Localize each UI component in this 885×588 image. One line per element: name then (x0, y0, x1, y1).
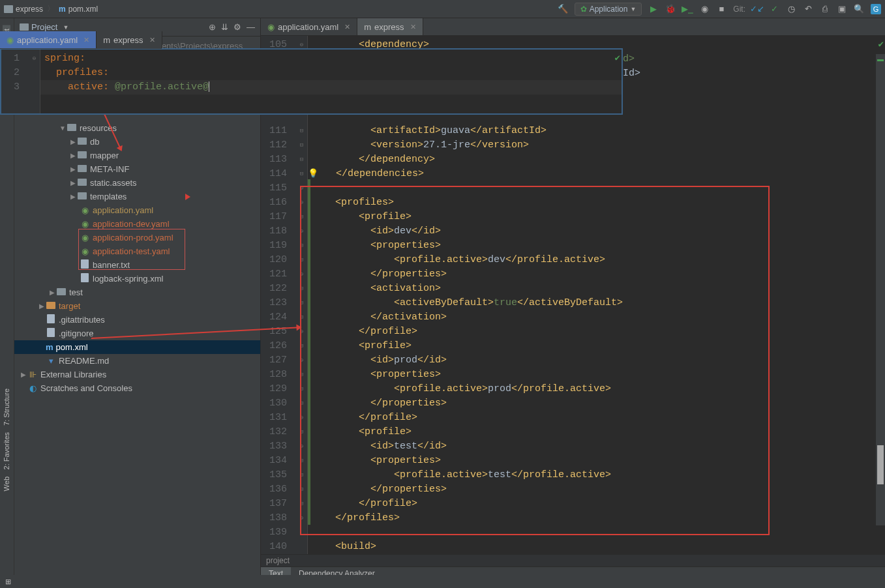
expand-arrow-icon[interactable]: ▶ (69, 138, 77, 145)
debug-icon[interactable]: 🐞 (665, 4, 676, 14)
search-icon[interactable]: 🔍 (854, 4, 864, 14)
close-icon[interactable]: ✕ (83, 36, 89, 44)
code-line[interactable]: <id>dev</id> (308, 224, 885, 239)
revert-icon[interactable]: ↶ (803, 4, 813, 14)
breadcrumb-file[interactable]: pom.xml (68, 5, 98, 14)
tree-folder-test[interactable]: test (69, 287, 83, 297)
code-line[interactable] (308, 181, 885, 196)
plugin-icon[interactable]: G (871, 4, 881, 14)
tab-application-yaml-overlay[interactable]: ◉application.yaml✕ (0, 31, 97, 48)
build-icon[interactable]: 🔨 (558, 4, 568, 14)
code-line[interactable]: </profiles> (308, 511, 885, 525)
stop-icon[interactable]: ■ (716, 4, 727, 14)
code-line[interactable]: </dependency> (308, 153, 885, 167)
code-line[interactable]: <activeByDefault>true</activeByDefault> (308, 296, 885, 310)
code-line[interactable]: <profile.active>dev</profile.active> (308, 253, 885, 267)
close-icon[interactable]: ✕ (344, 23, 350, 31)
structure-tool-tab[interactable]: 7: Structure (3, 389, 10, 426)
code-line[interactable]: <id>test</id> (308, 439, 885, 454)
expand-arrow-icon[interactable]: ▶ (69, 166, 77, 173)
code-line[interactable]: </properties> (308, 396, 885, 411)
close-icon[interactable]: ✕ (410, 23, 416, 31)
tab-express-pom[interactable]: mexpress✕ (357, 18, 423, 35)
bulb-icon[interactable]: 💡 (308, 169, 318, 179)
breadcrumb-project[interactable]: express (16, 5, 43, 14)
tree-folder-mapper[interactable]: mapper (90, 151, 119, 160)
code-line[interactable]: <artifactId>guava</artifactId> (308, 124, 885, 138)
code-line[interactable]: <build> (308, 540, 885, 554)
tab-application-yaml[interactable]: ◉application.yaml✕ (261, 18, 357, 35)
expand-arrow-icon[interactable]: ▶ (69, 152, 77, 159)
code-line[interactable]: <activation> (308, 282, 885, 296)
tab-express-overlay[interactable]: mexpress✕ (97, 31, 162, 48)
tree-folder-metainf[interactable]: META-INF (90, 164, 129, 174)
locate-icon[interactable]: ⊕ (209, 22, 216, 32)
line-number: 131 (261, 411, 287, 425)
code-line[interactable]: <profile> (308, 425, 885, 439)
code-line[interactable]: active: @profile.active@ (40, 80, 622, 95)
overlay-editor[interactable]: 1 2 3 ⊖ ✔ spring: profiles: active: @pro… (0, 48, 623, 115)
expand-arrow-icon[interactable]: ▶ (69, 179, 77, 186)
chevron-down-icon[interactable]: ▼ (63, 24, 68, 31)
error-stripe[interactable] (876, 54, 885, 525)
project-tree[interactable]: ▼expressC:\Users\Jitwxs\Documents\Projec… (14, 37, 260, 575)
tree-file-gitattr[interactable]: .gitattributes (59, 315, 105, 325)
layout-icon[interactable]: ▣ (837, 4, 847, 14)
code-line[interactable]: 💡 </dependencies> (308, 167, 885, 181)
code-line[interactable]: </properties> (308, 482, 885, 497)
gear-icon[interactable]: ⚙ (233, 22, 241, 32)
code-line[interactable]: profiles: (40, 66, 622, 80)
vcs-commit-icon[interactable]: ✓ (769, 4, 779, 14)
code-line[interactable]: <id>prod</id> (308, 353, 885, 368)
breadcrumb[interactable]: express 〉 m pom.xml (4, 3, 98, 14)
ide-icon[interactable]: ⎙ (820, 4, 830, 14)
vcs-update-icon[interactable]: ✓↙ (752, 4, 762, 14)
code-line[interactable]: <properties> (308, 239, 885, 253)
tree-file-pom-selected[interactable]: mpom.xml (14, 340, 260, 354)
code-line[interactable]: <profile.active>test</profile.active> (308, 468, 885, 482)
profiler-icon[interactable]: ◉ (699, 4, 710, 14)
expand-arrow-icon[interactable]: ▶ (38, 302, 46, 310)
tree-file-readme[interactable]: README.md (59, 356, 109, 366)
expand-arrow-icon[interactable]: ▶ (48, 289, 56, 296)
history-icon[interactable]: ◷ (786, 4, 796, 14)
tree-folder-db[interactable]: db (90, 137, 99, 147)
code-line[interactable]: </profile> (308, 497, 885, 511)
code-line[interactable]: </activation> (308, 310, 885, 325)
hide-icon[interactable]: — (247, 22, 255, 32)
tree-file-logback[interactable]: logback-spring.xml (93, 274, 163, 284)
collapse-icon[interactable]: ⇊ (221, 22, 228, 32)
tree-folder-target[interactable]: target (59, 301, 80, 311)
editor-breadcrumb[interactable]: project (261, 554, 885, 566)
tree-folder-resources[interactable]: resources (80, 123, 117, 133)
code-line[interactable]: <properties> (308, 368, 885, 382)
code-line[interactable]: <profiles> (308, 196, 885, 210)
code-line[interactable]: <profile> (308, 339, 885, 353)
expand-arrow-icon[interactable]: ▶ (20, 371, 27, 378)
run-configuration-selector[interactable]: ✿ Application ▼ (575, 3, 642, 16)
expand-arrow-icon[interactable]: ▶ (69, 193, 77, 200)
close-icon[interactable]: ✕ (149, 36, 155, 44)
run-icon[interactable]: ▶ (648, 4, 659, 14)
expand-arrow-icon[interactable]: ▼ (59, 125, 67, 132)
code-line[interactable]: </profile> (308, 411, 885, 425)
tree-file-app-dev[interactable]: application-dev.yaml (93, 219, 170, 229)
code-line[interactable]: spring: (40, 51, 622, 66)
tree-folder-static[interactable]: static.assets (90, 178, 137, 188)
tree-file-gitignore[interactable]: .gitignore (59, 329, 93, 338)
code-line[interactable]: </profile> (308, 325, 885, 339)
tree-file-app-yaml[interactable]: application.yaml (93, 205, 153, 215)
code-line[interactable]: <version>27.1-jre</version> (308, 138, 885, 153)
code-line[interactable] (308, 525, 885, 540)
tree-external-libs[interactable]: External Libraries (40, 370, 106, 379)
tree-folder-templates[interactable]: templates (90, 192, 127, 201)
annotation-marker-icon (185, 194, 194, 200)
code-line[interactable]: <profile.active>prod</profile.active> (308, 382, 885, 396)
code-line[interactable]: <profile> (308, 210, 885, 224)
web-tool-tab[interactable]: Web (3, 477, 10, 491)
code-line[interactable]: <properties> (308, 454, 885, 468)
run-coverage-icon[interactable]: ▶⎯ (682, 4, 693, 14)
favorites-tool-tab[interactable]: 2: Favorites (3, 432, 10, 469)
code-line[interactable]: </properties> (308, 267, 885, 282)
tree-scratches[interactable]: Scratches and Consoles (40, 383, 132, 393)
